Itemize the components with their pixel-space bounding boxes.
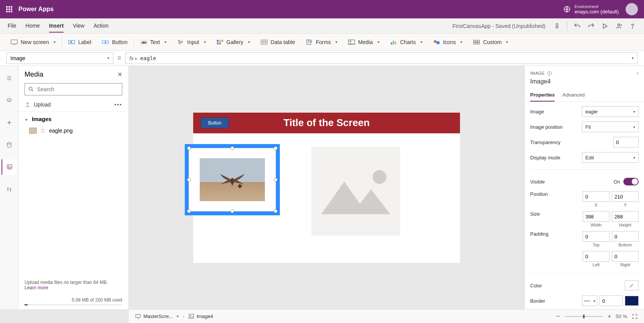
prop-border-width[interactable] xyxy=(600,295,623,306)
upload-button[interactable]: Upload xyxy=(25,102,51,108)
svg-rect-15 xyxy=(217,40,219,42)
undo-icon[interactable] xyxy=(573,22,581,30)
prop-pad-right-input[interactable] xyxy=(612,251,639,262)
learn-more-link[interactable]: Learn more xyxy=(25,285,48,290)
resize-handle[interactable] xyxy=(187,146,191,150)
resize-handle[interactable] xyxy=(274,178,278,182)
canvas-button[interactable]: Button xyxy=(201,118,229,128)
close-icon[interactable]: ✕ xyxy=(117,71,122,78)
prop-border-label: Border xyxy=(530,298,545,304)
prop-displaymode-select[interactable]: Edit▾ xyxy=(582,152,639,163)
prop-pad-left-input[interactable] xyxy=(583,251,610,262)
prop-y-input[interactable] xyxy=(612,191,639,202)
play-icon[interactable] xyxy=(601,22,609,30)
forms-icon xyxy=(306,39,313,45)
resize-handle[interactable] xyxy=(230,209,234,213)
images-section-header[interactable]: ⌄ Images xyxy=(25,116,122,122)
ribbon-new-screen[interactable]: New screen▾ xyxy=(6,34,60,50)
prop-border-color[interactable] xyxy=(625,296,639,306)
formula-input[interactable] xyxy=(140,55,627,61)
zoom-out-button[interactable]: − xyxy=(556,312,560,320)
breadcrumb-screen[interactable]: MasterScre... ▾ xyxy=(135,313,179,320)
ribbon-label[interactable]: Label xyxy=(64,34,96,50)
ribbon-gallery[interactable]: Gallery▾ xyxy=(212,34,255,50)
redo-icon[interactable] xyxy=(587,22,595,30)
more-icon[interactable]: ••• xyxy=(114,102,122,108)
rail-data-icon[interactable] xyxy=(2,137,17,152)
help-icon[interactable] xyxy=(629,22,636,30)
prop-width-input[interactable] xyxy=(583,211,610,222)
shapes-icon xyxy=(433,39,440,45)
ribbon-custom[interactable]: Custom▾ xyxy=(468,34,513,50)
prop-image-select[interactable]: eagle▾ xyxy=(582,106,639,117)
menu-insert[interactable]: Insert xyxy=(49,20,64,33)
resize-handle[interactable] xyxy=(187,178,191,182)
input-icon xyxy=(177,39,184,45)
menu-action[interactable]: Action xyxy=(94,20,108,33)
svg-point-29 xyxy=(350,41,351,42)
tab-advanced[interactable]: Advanced xyxy=(562,89,585,102)
app-checker-icon[interactable] xyxy=(553,22,561,30)
label-icon xyxy=(68,39,75,45)
svg-point-48 xyxy=(7,188,8,189)
rail-tree-icon[interactable] xyxy=(2,71,17,86)
left-rail xyxy=(0,66,18,309)
prop-pad-top-input[interactable] xyxy=(583,231,610,242)
svg-rect-35 xyxy=(474,40,476,42)
ribbon-text[interactable]: abc Text▾ xyxy=(136,34,171,50)
chevron-right-icon[interactable]: › xyxy=(636,70,639,77)
prop-transparency-input[interactable] xyxy=(613,137,639,148)
canvas-area[interactable]: Button Title of the Screen ✥ xyxy=(129,66,524,309)
app-title: Power Apps xyxy=(18,6,54,13)
environment-selector[interactable]: Environment enayu.com (default) xyxy=(563,4,619,15)
ribbon-charts[interactable]: Charts▾ xyxy=(386,34,427,50)
search-input[interactable] xyxy=(37,86,119,92)
rail-media-icon[interactable] xyxy=(2,159,17,175)
prop-visible-toggle[interactable] xyxy=(623,178,639,185)
resize-handle[interactable] xyxy=(274,209,278,213)
ribbon-data-table[interactable]: Data table xyxy=(256,34,300,50)
prop-color-swatch[interactable] xyxy=(625,280,639,290)
resize-handle[interactable] xyxy=(230,146,234,150)
selected-image-control[interactable]: ✥ xyxy=(185,144,280,215)
share-icon[interactable] xyxy=(615,22,623,30)
menu-file[interactable]: File xyxy=(8,20,16,33)
app-launcher-icon[interactable] xyxy=(6,6,12,12)
media-item-eagle[interactable]: eagle.png xyxy=(25,125,122,136)
prop-border-style[interactable]: ▾ xyxy=(582,295,597,306)
rail-advanced-icon[interactable] xyxy=(2,182,17,197)
user-avatar[interactable] xyxy=(626,3,638,15)
tab-properties[interactable]: Properties xyxy=(530,89,555,102)
fit-screen-icon[interactable] xyxy=(632,313,638,320)
menu-home[interactable]: Home xyxy=(26,20,40,33)
chevron-down-icon: ⌄ xyxy=(25,116,28,121)
prop-pad-bottom-input[interactable] xyxy=(612,231,639,242)
prop-imgpos-select[interactable]: Fit▾ xyxy=(582,121,639,132)
image-placeholder[interactable] xyxy=(311,147,400,236)
svg-rect-31 xyxy=(393,41,394,44)
fx-icon[interactable]: fx▾ xyxy=(130,55,137,61)
info-icon[interactable] xyxy=(547,71,552,76)
breadcrumb-element[interactable]: Image4 xyxy=(188,313,213,320)
rail-insert-icon[interactable] xyxy=(2,115,17,130)
ribbon-input[interactable]: Input▾ xyxy=(172,34,210,50)
ribbon-media[interactable]: Media▾ xyxy=(343,34,384,50)
menu-view[interactable]: View xyxy=(73,20,84,33)
image-icon xyxy=(188,313,194,320)
media-search[interactable] xyxy=(25,83,122,95)
prop-height-input[interactable] xyxy=(612,211,639,222)
property-selector[interactable]: Image ▾ xyxy=(6,52,113,64)
text-icon: abc xyxy=(140,39,147,45)
ribbon-icons[interactable]: Icons▾ xyxy=(429,34,467,50)
rail-layers-icon[interactable] xyxy=(2,93,17,108)
svg-rect-37 xyxy=(474,42,476,44)
ribbon-button[interactable]: Button xyxy=(97,34,132,50)
prop-x-input[interactable] xyxy=(583,191,610,202)
zoom-slider[interactable] xyxy=(565,316,603,317)
ribbon-forms[interactable]: Forms▾ xyxy=(301,34,342,50)
canvas-screen[interactable]: Button Title of the Screen ✥ xyxy=(193,113,460,263)
expand-formula-icon[interactable]: ▾ xyxy=(632,56,634,60)
resize-handle[interactable] xyxy=(274,146,278,150)
zoom-in-button[interactable]: + xyxy=(608,313,611,320)
resize-handle[interactable] xyxy=(187,209,191,213)
